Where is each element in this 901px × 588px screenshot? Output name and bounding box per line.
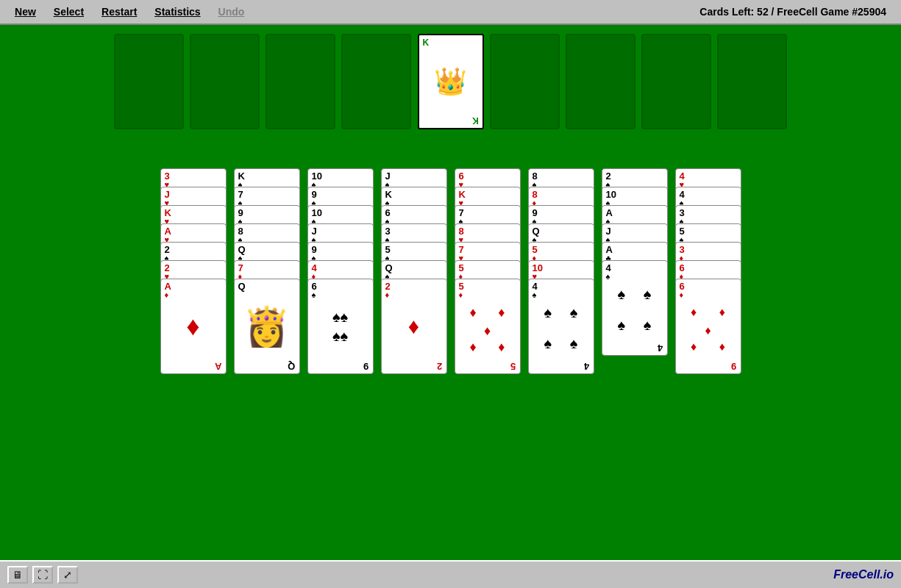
menu-bar: New Select Restart Statistics Undo Cards… (0, 0, 901, 25)
freecell-logo: FreeCell.io (833, 568, 894, 581)
column-2: K♠ 7♠ 9♠ 8♠ Q♠ 7♦ Q 👸 Q (234, 168, 300, 448)
card-queen-hearts[interactable]: Q 👸 Q (234, 279, 300, 374)
foundation-4[interactable] (717, 34, 787, 129)
card[interactable]: 4 ♠ ♠ ♠ ♠ ♠ 4 (528, 279, 594, 374)
menu-statistics[interactable]: Statistics (146, 3, 209, 21)
free-cell-3[interactable] (266, 34, 335, 129)
king-card-area: K 👑 K (418, 34, 484, 129)
menu-new[interactable]: New (6, 3, 45, 21)
free-cell-2[interactable] (190, 34, 260, 129)
columns-area: 3♥ J♥ K♥ A♥ 2♠ 2♥ A ♦ ♦ A K♠ 7♠ 9♠ (0, 168, 901, 448)
column-4: J♠ K♠ 6♠ 3♠ 5♠ Q♠ 2 ♦ ♦ 2 (381, 168, 447, 448)
column-5: 6♥ K♥ 7♠ 8♥ 7♥ 5♦ 5 ♦ ♦ ♦ ♦ ♦ ♦ 5 (455, 168, 521, 448)
taskbar-monitor-icon[interactable]: 🖥 (7, 566, 28, 584)
menu-restart[interactable]: Restart (93, 3, 146, 21)
column-6: 8♠ 8♦ 9♠ Q♠ 5♦ 10♥ 4 ♠ ♠ ♠ ♠ ♠ 4 (528, 168, 594, 448)
column-7: 2♠ 10♠ A♠ J♠ A♣ 4 ♠ ♠ ♠ ♠ ♠ 4 (602, 168, 668, 448)
taskbar-resize-icon[interactable]: ⛶ (32, 566, 53, 584)
status-bar: Cards Left: 52 / FreeCell Game #25904 (699, 6, 886, 18)
king-card[interactable]: K 👑 K (418, 34, 484, 129)
foundation-1[interactable] (490, 34, 560, 129)
taskbar-left: 🖥 ⛶ ⤢ (7, 566, 78, 584)
menu-select[interactable]: Select (45, 3, 93, 21)
column-8: 4♥ 4♠ 3♠ 5♠ 3♦ 6♦ 6 ♦ ♦ ♦ ♦ ♦ ♦ 9 (675, 168, 741, 448)
game-area: K 👑 K 3♥ J♥ K♥ A♥ 2♠ 2♥ (0, 25, 901, 560)
free-cells (114, 34, 411, 129)
card[interactable]: 6 ♠ ♠♠ ♠♠ 9 (307, 279, 374, 374)
card[interactable]: 4 ♠ ♠ ♠ ♠ ♠ 4 (602, 260, 668, 356)
foundation-3[interactable] (641, 34, 711, 129)
free-cell-4[interactable] (341, 34, 411, 129)
column-1: 3♥ J♥ K♥ A♥ 2♠ 2♥ A ♦ ♦ A (160, 168, 227, 448)
foundation-2[interactable] (566, 34, 635, 129)
foundations (490, 34, 787, 129)
cards-left-text: Cards Left: 52 / FreeCell Game #25904 (699, 6, 886, 18)
taskbar: 🖥 ⛶ ⤢ FreeCell.io (0, 560, 901, 588)
column-3: 10♠ 9♠ 10♠ J♠ 9♠ 4♦ 6 ♠ ♠♠ ♠♠ 9 (307, 168, 374, 448)
taskbar-fullscreen-icon[interactable]: ⤢ (57, 566, 78, 584)
menu-undo[interactable]: Undo (210, 3, 254, 21)
card[interactable]: 2 ♦ ♦ 2 (381, 279, 447, 374)
card[interactable]: 5 ♦ ♦ ♦ ♦ ♦ ♦ 5 (455, 279, 521, 374)
free-cell-1[interactable] (114, 34, 184, 129)
card[interactable]: 6 ♦ ♦ ♦ ♦ ♦ ♦ 9 (675, 279, 741, 374)
card-ace-diamonds[interactable]: A ♦ ♦ A (160, 279, 227, 374)
